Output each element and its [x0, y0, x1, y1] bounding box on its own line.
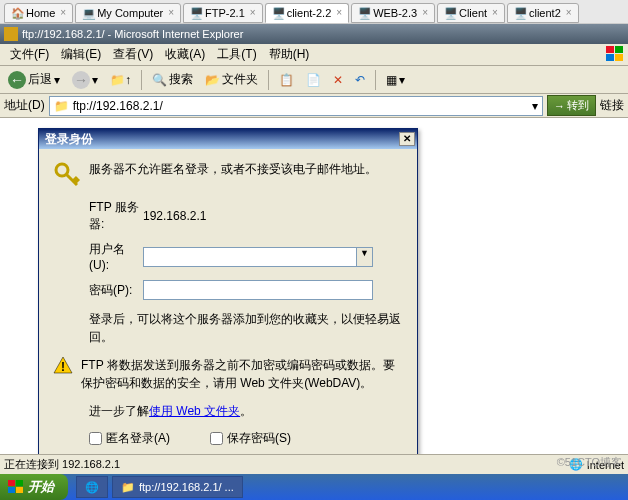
go-icon: → [554, 100, 565, 112]
window-title: ftp://192.168.2.1/ - Microsoft Internet … [22, 28, 243, 40]
delete-button[interactable]: ✕ [329, 71, 347, 89]
save-password-checkbox[interactable]: 保存密码(S) [210, 430, 291, 447]
search-icon: 🔍 [152, 73, 167, 87]
ie-icon: 🌐 [85, 481, 99, 494]
computer-icon: 💻 [82, 7, 94, 19]
folders-button[interactable]: 📂文件夹 [201, 69, 262, 90]
undo-button[interactable]: ↶ [351, 71, 369, 89]
dialog-message: 服务器不允许匿名登录，或者不接受该电子邮件地址。 [89, 161, 377, 178]
menu-bar: 文件(F) 编辑(E) 查看(V) 收藏(A) 工具(T) 帮助(H) [0, 44, 628, 66]
content-area: 登录身份 ✕ 服务器不允许匿名登录，或者不接受该电子邮件地址。 FTP 服务器:… [0, 118, 628, 458]
svg-rect-8 [8, 487, 15, 493]
after-login-note: 登录后，可以将这个服务器添加到您的收藏夹，以便轻易返回。 [53, 310, 403, 346]
vm-icon: 🖥️ [514, 7, 526, 19]
svg-rect-9 [16, 487, 23, 493]
svg-rect-7 [16, 480, 23, 486]
folder-up-icon: 📁↑ [110, 73, 131, 87]
watermark: ©51CTO博客 [557, 455, 622, 470]
dialog-title-bar[interactable]: 登录身份 ✕ [39, 129, 417, 149]
warning-icon: ! [53, 356, 73, 374]
tab-mycomputer[interactable]: 💻My Computer× [75, 3, 181, 23]
tab-home[interactable]: 🏠Home× [4, 3, 73, 23]
quick-launch[interactable]: 🌐 [76, 476, 108, 498]
tab-client[interactable]: 🖥️Client× [437, 3, 505, 23]
close-icon[interactable]: × [566, 7, 572, 18]
close-icon[interactable]: × [422, 7, 428, 18]
folder-icon: 📁 [54, 99, 69, 113]
status-text: 正在连接到 192.168.2.1 [4, 457, 120, 472]
copy-button[interactable]: 📄 [302, 71, 325, 89]
chevron-down-icon[interactable]: ▼ [356, 248, 372, 266]
vm-icon: 🖥️ [444, 7, 456, 19]
menu-favorites[interactable]: 收藏(A) [159, 44, 211, 65]
svg-rect-6 [8, 480, 15, 486]
address-bar: 地址(D) 📁 ftp://192.168.2.1/ ▾ →转到 链接 [0, 94, 628, 118]
tab-ftp21[interactable]: 🖥️FTP-2.1× [183, 3, 263, 23]
close-icon[interactable]: × [60, 7, 66, 18]
address-input[interactable]: 📁 ftp://192.168.2.1/ ▾ [49, 96, 543, 116]
password-label: 密码(P): [53, 282, 143, 299]
links-label[interactable]: 链接 [600, 97, 624, 114]
back-button[interactable]: ←后退 ▾ [4, 69, 64, 91]
close-icon[interactable]: × [492, 7, 498, 18]
login-dialog: 登录身份 ✕ 服务器不允许匿名登录，或者不接受该电子邮件地址。 FTP 服务器:… [38, 128, 418, 498]
server-value: 192.168.2.1 [143, 209, 403, 223]
anonymous-checkbox[interactable]: 匿名登录(A) [89, 430, 170, 447]
menu-view[interactable]: 查看(V) [107, 44, 159, 65]
address-label: 地址(D) [4, 97, 45, 114]
toolbar: ←后退 ▾ → ▾ 📁↑ 🔍搜索 📂文件夹 📋 📄 ✕ ↶ ▦ ▾ [0, 66, 628, 94]
vm-icon: 🖥️ [272, 7, 284, 19]
menu-edit[interactable]: 编辑(E) [55, 44, 107, 65]
move-icon: 📋 [279, 73, 294, 87]
close-button[interactable]: ✕ [399, 132, 415, 146]
tab-client22[interactable]: 🖥️client-2.2× [265, 3, 349, 23]
dialog-title: 登录身份 [45, 131, 93, 148]
dropdown-icon[interactable]: ▾ [532, 99, 538, 113]
svg-text:!: ! [61, 360, 65, 374]
webdav-link[interactable]: 使用 Web 文件夹 [149, 404, 240, 418]
svg-rect-2 [606, 54, 614, 61]
up-button[interactable]: 📁↑ [106, 71, 135, 89]
move-button[interactable]: 📋 [275, 71, 298, 89]
menu-file[interactable]: 文件(F) [4, 44, 55, 65]
home-icon: 🏠 [11, 7, 23, 19]
keys-icon [53, 161, 81, 189]
start-button[interactable]: 开始 [0, 474, 68, 500]
forward-icon: → [72, 71, 90, 89]
menu-help[interactable]: 帮助(H) [263, 44, 316, 65]
svg-rect-0 [606, 46, 614, 53]
forward-button[interactable]: → ▾ [68, 69, 102, 91]
undo-icon: ↶ [355, 73, 365, 87]
taskbar: 开始 🌐 📁ftp://192.168.2.1/ ... [0, 474, 628, 500]
delete-icon: ✕ [333, 73, 343, 87]
learn-more: 进一步了解使用 Web 文件夹。 [53, 402, 403, 420]
status-bar: 正在连接到 192.168.2.1 🌐 Internet [0, 454, 628, 474]
back-icon: ← [8, 71, 26, 89]
warning-text: FTP 将数据发送到服务器之前不加密或编码密码或数据。要保护密码和数据的安全，请… [81, 356, 403, 392]
window-title-bar: ftp://192.168.2.1/ - Microsoft Internet … [0, 24, 628, 44]
server-label: FTP 服务器: [53, 199, 143, 233]
ie-icon [4, 27, 18, 41]
search-button[interactable]: 🔍搜索 [148, 69, 197, 90]
app-tabs-bar: 🏠Home× 💻My Computer× 🖥️FTP-2.1× 🖥️client… [0, 0, 628, 24]
windows-logo-icon [8, 480, 24, 494]
windows-flag-icon [606, 46, 624, 62]
folder-icon: 📁 [121, 481, 135, 494]
tab-client2[interactable]: 🖥️client2× [507, 3, 579, 23]
tab-web23[interactable]: 🖥️WEB-2.3× [351, 3, 435, 23]
copy-icon: 📄 [306, 73, 321, 87]
menu-tools[interactable]: 工具(T) [211, 44, 262, 65]
task-ie[interactable]: 📁ftp://192.168.2.1/ ... [112, 476, 243, 498]
close-icon[interactable]: × [168, 7, 174, 18]
password-input[interactable] [143, 280, 373, 300]
views-button[interactable]: ▦ ▾ [382, 71, 409, 89]
vm-icon: 🖥️ [190, 7, 202, 19]
close-icon[interactable]: × [250, 7, 256, 18]
go-button[interactable]: →转到 [547, 95, 596, 116]
svg-rect-3 [615, 54, 623, 61]
username-input[interactable]: ▼ [143, 247, 373, 267]
close-icon[interactable]: × [336, 7, 342, 18]
folders-icon: 📂 [205, 73, 220, 87]
username-label: 用户名(U): [53, 241, 143, 272]
svg-rect-1 [615, 46, 623, 53]
